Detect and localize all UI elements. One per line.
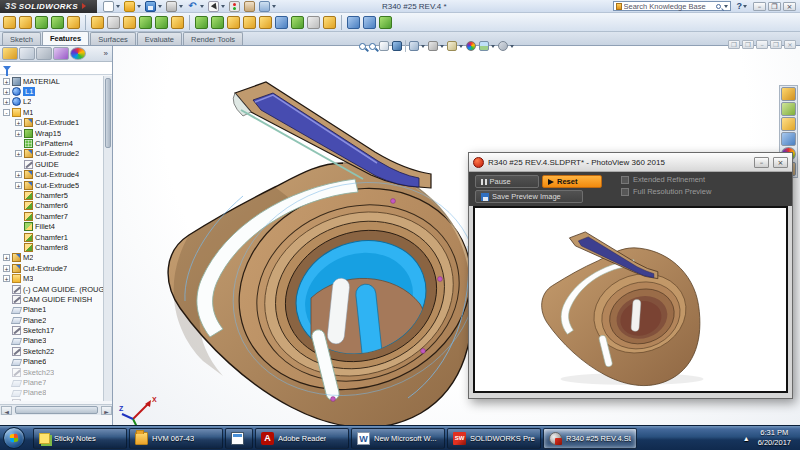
taskbar-button[interactable]: R340 #25 REV.4.SL... — [543, 428, 637, 449]
feature-tool-icon[interactable] — [189, 15, 190, 30]
dropdown-caret-icon[interactable] — [421, 45, 425, 48]
view-tool-button[interactable] — [359, 43, 366, 50]
feature-tool-icon[interactable] — [243, 16, 256, 29]
scroll-left-arrow[interactable]: ◄ — [1, 406, 12, 415]
feature-tool-icon[interactable] — [85, 15, 86, 30]
tree-item[interactable]: Sketch17 — [0, 325, 104, 335]
scrollbar-thumb[interactable] — [15, 406, 98, 414]
dropdown-caret-icon[interactable] — [179, 5, 183, 8]
feature-tool-icon[interactable] — [155, 16, 168, 29]
view-tool-button[interactable] — [392, 41, 402, 51]
view-tool-button[interactable] — [379, 41, 389, 51]
expand-toggle[interactable]: + — [15, 119, 22, 126]
save-preview-image-button[interactable]: Save Preview Image — [475, 190, 583, 203]
feature-tool-icon[interactable] — [323, 16, 336, 29]
dropdown-caret-icon[interactable] — [221, 5, 225, 8]
feature-tool-icon[interactable] — [275, 16, 288, 29]
tree-item[interactable]: Plane8 — [0, 388, 104, 398]
panel-tab-icon[interactable] — [53, 47, 69, 60]
tree-item[interactable]: (-) CAM GUIDE. (ROUGH M — [0, 284, 104, 294]
doc-minimize-button[interactable]: – — [756, 40, 768, 49]
tree-item[interactable]: + Cut-Extrude5 — [0, 180, 104, 190]
minimize-button[interactable]: – — [753, 2, 766, 11]
feature-tool-icon[interactable] — [171, 16, 184, 29]
checkbox-icon[interactable] — [621, 188, 629, 196]
standard-tool-button[interactable] — [259, 1, 276, 12]
taskbar-button[interactable]: Adobe Reader — [255, 428, 349, 449]
feature-tool-icon[interactable] — [107, 16, 120, 29]
expand-toggle[interactable]: + — [3, 98, 10, 105]
tree-item[interactable]: + Cut-Extrude4 — [0, 170, 104, 180]
expand-toggle[interactable]: - — [3, 109, 10, 116]
doc-close-button[interactable]: × — [784, 40, 796, 49]
feature-tool-icon[interactable] — [3, 16, 16, 29]
feature-tool-icon[interactable] — [347, 16, 360, 29]
scroll-right-arrow[interactable]: ► — [101, 406, 112, 415]
tree-item[interactable]: CirPattern4 — [0, 138, 104, 148]
tree-item[interactable]: Sketch25 — [0, 398, 104, 401]
standard-tool-button[interactable] — [187, 1, 204, 12]
feature-tool-icon[interactable] — [195, 16, 208, 29]
feature-tool-icon[interactable] — [363, 16, 376, 29]
tree-item[interactable]: Sketch22 — [0, 346, 104, 356]
tree-item[interactable]: CAM GUIDE FINISH — [0, 294, 104, 304]
standard-tool-button[interactable] — [229, 1, 240, 12]
expand-toggle[interactable]: + — [3, 265, 10, 272]
ribbon-tab[interactable]: Surfaces — [90, 32, 136, 45]
menu-expand-arrow[interactable] — [82, 3, 86, 9]
ribbon-tab[interactable]: Render Tools — [183, 32, 243, 45]
ribbon-tab[interactable]: Evaluate — [137, 32, 182, 45]
doc-tile-icon[interactable]: ❐ — [742, 40, 754, 49]
taskbar-button[interactable]: SOLIDWORKS Pre... — [447, 428, 541, 449]
tree-item[interactable]: Plane3 — [0, 336, 104, 346]
tree-item[interactable]: Chamfer5 — [0, 190, 104, 200]
expand-toggle[interactable]: + — [15, 171, 22, 178]
standard-tool-button[interactable] — [124, 1, 141, 12]
tree-item[interactable]: + L1 — [0, 86, 104, 96]
feature-tool-icon[interactable] — [123, 16, 136, 29]
expand-toggle[interactable]: + — [15, 182, 22, 189]
search-icon[interactable] — [716, 4, 721, 9]
feature-tool-icon[interactable] — [341, 15, 342, 30]
task-pane-tab-icon[interactable] — [781, 102, 796, 116]
tree-vertical-scrollbar[interactable] — [103, 76, 112, 401]
close-button[interactable]: × — [783, 2, 796, 11]
tree-item[interactable]: + M3 — [0, 273, 104, 283]
tree-filter[interactable] — [0, 62, 112, 75]
feature-tool-icon[interactable] — [307, 16, 320, 29]
start-button[interactable] — [3, 427, 25, 449]
tree-item[interactable]: Chamfer7 — [0, 211, 104, 221]
tree-item[interactable]: Plane7 — [0, 377, 104, 387]
dropdown-caret-icon[interactable] — [116, 5, 120, 8]
checkbox-icon[interactable] — [621, 176, 629, 184]
feature-tool-icon[interactable] — [211, 16, 224, 29]
feature-tool-icon[interactable] — [35, 16, 48, 29]
feature-tool-icon[interactable] — [227, 16, 240, 29]
view-tool-button[interactable] — [369, 43, 376, 50]
help-caret-icon[interactable] — [743, 5, 747, 8]
ribbon-tab[interactable]: Sketch — [2, 32, 41, 45]
feature-tool-icon[interactable] — [379, 16, 392, 29]
tree-item[interactable]: GUIDE — [0, 159, 104, 169]
photoview-minimize-button[interactable]: – — [754, 157, 769, 168]
view-tool-button[interactable] — [466, 41, 476, 51]
tree-item[interactable]: Plane2 — [0, 315, 104, 325]
view-tool-button[interactable] — [498, 41, 514, 51]
tray-expand-icon[interactable]: ▲ — [743, 435, 750, 442]
tree-item[interactable]: Plane6 — [0, 357, 104, 367]
expand-toggle[interactable]: + — [3, 88, 10, 95]
feature-tool-icon[interactable] — [91, 16, 104, 29]
dropdown-caret-icon[interactable] — [200, 5, 204, 8]
standard-tool-button[interactable] — [166, 1, 183, 12]
pause-button[interactable]: Pause — [475, 175, 539, 188]
panel-tab-icon[interactable] — [70, 47, 86, 60]
tree-item[interactable]: + L2 — [0, 97, 104, 107]
restore-button[interactable]: ❐ — [768, 2, 781, 11]
tree-item[interactable]: Chamfer8 — [0, 242, 104, 252]
expand-toggle[interactable]: + — [15, 150, 22, 157]
taskbar-button[interactable]: HVM 067-43 — [129, 428, 223, 449]
tree-item[interactable]: + Cut-Extrude1 — [0, 118, 104, 128]
reset-button[interactable]: Reset — [542, 175, 602, 188]
task-pane-tab-icon[interactable] — [781, 117, 796, 131]
expand-toggle[interactable]: + — [3, 254, 10, 261]
